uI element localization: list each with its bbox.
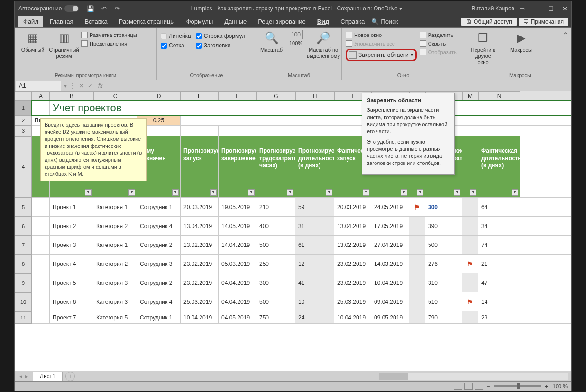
- pagebreak-view-icon[interactable]: [475, 383, 483, 390]
- filter-icon[interactable]: ▾: [454, 189, 460, 196]
- cell[interactable]: 59: [295, 198, 334, 216]
- cell[interactable]: Сотрудник 2: [137, 236, 181, 254]
- tab-data[interactable]: Данные: [220, 16, 251, 27]
- cell[interactable]: 23.02.2019: [334, 273, 371, 292]
- worksheet[interactable]: ABCDEFGHIJKLMN 1234567891011 Учет проект…: [15, 91, 571, 371]
- share-button[interactable]: 🖻Общий доступ: [461, 18, 517, 26]
- zoom-button[interactable]: 🔍Масштаб: [260, 30, 283, 59]
- tab-file[interactable]: Файл: [18, 16, 43, 27]
- macros-button[interactable]: ▶Макросы: [507, 30, 535, 53]
- cell[interactable]: 19.05.2019: [219, 198, 256, 216]
- cell[interactable]: Категория 2: [93, 217, 137, 235]
- maximize-icon[interactable]: ☐: [548, 5, 554, 12]
- tab-pagelayout[interactable]: Разметка страницы: [114, 16, 180, 27]
- cell[interactable]: 23.02.2019: [334, 255, 371, 273]
- cell[interactable]: Сотрудник 2: [137, 273, 181, 292]
- autosave-toggle[interactable]: [64, 5, 79, 12]
- cell[interactable]: [478, 126, 520, 136]
- col-header-E[interactable]: E: [181, 91, 219, 101]
- filter-icon[interactable]: ▾: [248, 189, 255, 196]
- unhide-button[interactable]: Отобразить: [420, 49, 457, 55]
- pagelayout-button[interactable]: Разметка страницы: [81, 32, 137, 38]
- minimize-icon[interactable]: —: [533, 5, 540, 12]
- cell[interactable]: Прогнозируемый запуск▾: [181, 136, 219, 197]
- cell[interactable]: Категория 3: [93, 292, 137, 311]
- save-icon[interactable]: 💾: [86, 4, 95, 13]
- pagebreak-view-button[interactable]: ▥Страничный режим: [50, 30, 78, 59]
- name-box[interactable]: A1: [16, 81, 61, 91]
- col-header-M[interactable]: M: [462, 91, 478, 101]
- cell[interactable]: 04.05.2019: [219, 311, 256, 323]
- hide-button[interactable]: Скрыть: [420, 40, 457, 47]
- cell[interactable]: ▾: [462, 136, 478, 197]
- zoom-selection-button[interactable]: 🔎Масштаб по выделенному: [309, 30, 338, 59]
- cell[interactable]: 210: [256, 198, 295, 216]
- row-header-11[interactable]: 11: [15, 311, 32, 324]
- cell[interactable]: 23.02.2019: [181, 273, 219, 292]
- cell[interactable]: 41: [295, 273, 334, 292]
- cell[interactable]: 14.05.2019: [219, 217, 256, 235]
- cell[interactable]: 61: [295, 236, 334, 254]
- cell[interactable]: 310: [425, 273, 462, 292]
- tab-view[interactable]: Вид: [312, 16, 334, 27]
- col-header-B[interactable]: B: [50, 91, 93, 101]
- cell[interactable]: [462, 217, 478, 235]
- cell[interactable]: 64: [478, 198, 520, 216]
- tab-insert[interactable]: Вставка: [80, 16, 112, 27]
- cell[interactable]: 47: [478, 273, 520, 292]
- gridlines-checkbox[interactable]: Сетка: [161, 42, 191, 49]
- cell[interactable]: 21: [478, 255, 520, 273]
- tab-help[interactable]: Справка: [336, 16, 369, 27]
- cell[interactable]: 13.02.2019: [181, 236, 219, 254]
- horizontal-scrollbar[interactable]: [379, 373, 568, 380]
- cell[interactable]: [32, 236, 50, 254]
- cell[interactable]: Сотрудник 3: [137, 255, 181, 273]
- filter-icon[interactable]: ▾: [172, 189, 179, 196]
- cell[interactable]: 300: [425, 198, 462, 216]
- cell[interactable]: 10.04.2019: [371, 273, 409, 292]
- split-button[interactable]: Разделить: [420, 32, 457, 38]
- row-header-9[interactable]: 9: [15, 273, 32, 292]
- row-header-2[interactable]: 2: [15, 115, 32, 126]
- tab-review[interactable]: Рецензирование: [253, 16, 310, 27]
- row-header-8[interactable]: 8: [15, 255, 32, 273]
- cell[interactable]: Категория 2: [93, 255, 137, 273]
- cell[interactable]: 250: [256, 255, 295, 273]
- filter-icon[interactable]: ▾: [128, 189, 135, 196]
- cell[interactable]: 400: [256, 217, 295, 235]
- tab-home[interactable]: Главная: [45, 16, 78, 27]
- new-window-button[interactable]: Новое окно: [346, 32, 417, 38]
- cell[interactable]: [409, 236, 425, 254]
- row-header-1[interactable]: 1: [15, 101, 32, 115]
- comments-button[interactable]: 🗨Примечания: [519, 18, 568, 26]
- col-header-C[interactable]: C: [93, 91, 137, 101]
- cell[interactable]: Сотрудник 1: [137, 311, 181, 323]
- cell[interactable]: [409, 255, 425, 273]
- cell[interactable]: [32, 255, 50, 273]
- enter-formula-icon[interactable]: ✓: [88, 82, 92, 89]
- cell[interactable]: 750: [256, 311, 295, 323]
- cell[interactable]: 20.03.2019: [181, 198, 219, 216]
- cell[interactable]: 300: [256, 273, 295, 292]
- cell[interactable]: 04.04.2019: [219, 273, 256, 292]
- filter-icon[interactable]: ▾: [470, 189, 476, 196]
- col-header-H[interactable]: H: [295, 91, 334, 101]
- filter-icon[interactable]: ▾: [287, 189, 293, 196]
- cell[interactable]: 13.02.2019: [334, 236, 371, 254]
- fx-icon[interactable]: fx: [98, 82, 102, 89]
- formulabar-checkbox[interactable]: Строка формул: [196, 33, 245, 39]
- cell[interactable]: 17.05.2019: [371, 217, 409, 235]
- col-header-A[interactable]: A: [32, 91, 50, 101]
- filter-icon[interactable]: ▾: [401, 189, 407, 196]
- cell[interactable]: Проект 6: [50, 292, 93, 311]
- cell[interactable]: Проект 4: [50, 255, 93, 273]
- cell[interactable]: 34: [478, 217, 520, 235]
- user-name[interactable]: Виталий Каиров: [471, 5, 514, 12]
- tab-formulas[interactable]: Формулы: [182, 16, 218, 27]
- col-header-D[interactable]: D: [137, 91, 181, 101]
- sheet-tab-1[interactable]: Лист1: [33, 372, 63, 381]
- filter-icon[interactable]: ▾: [85, 189, 92, 196]
- cell[interactable]: [32, 292, 50, 311]
- cell[interactable]: Проект 7: [50, 311, 93, 323]
- cell[interactable]: Прогнозируемые трудозатраты (в часах)▾: [256, 136, 295, 197]
